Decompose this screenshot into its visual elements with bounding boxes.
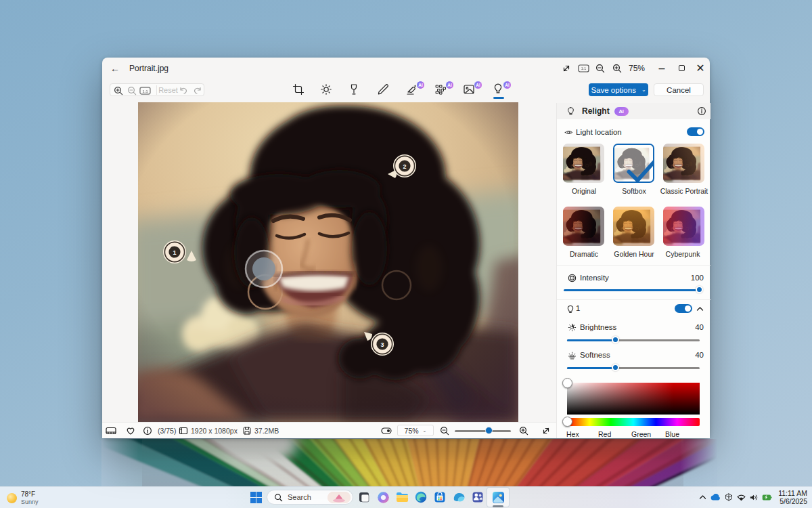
svg-text:1: 1 [173, 249, 176, 256]
svg-text:3: 3 [380, 341, 384, 348]
svg-text:2: 2 [403, 163, 406, 170]
svg-text:1:1: 1:1 [581, 66, 587, 70]
